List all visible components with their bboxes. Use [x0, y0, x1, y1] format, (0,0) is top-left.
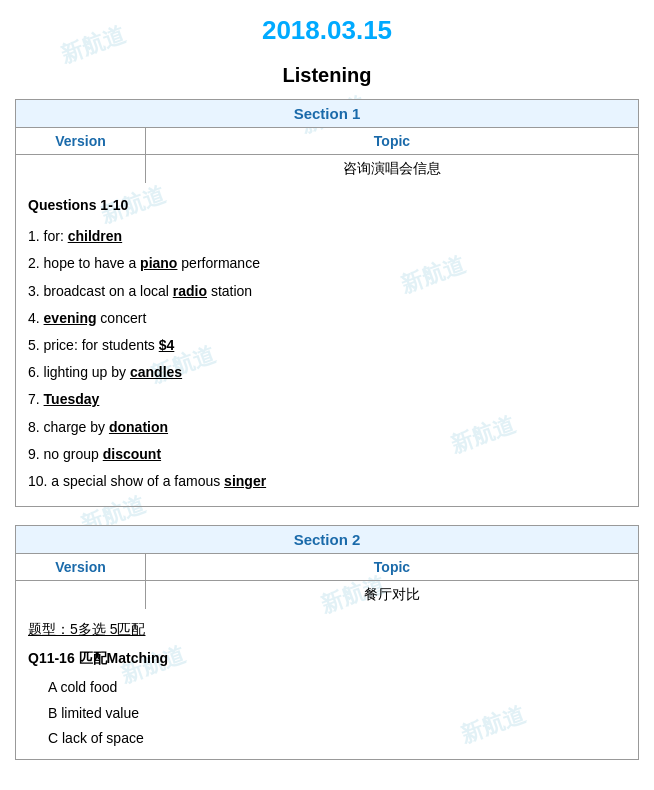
q9: 9. no group discount — [28, 442, 626, 467]
section2-version-label: Version — [16, 554, 146, 581]
section2-q-title: Q11-16 匹配Matching — [28, 646, 626, 671]
q10-answer: singer — [224, 473, 266, 489]
q8-answer: donation — [109, 419, 168, 435]
section2-type-line: 题型：5多选 5匹配 — [28, 617, 626, 642]
section1-header: Section 1 — [16, 100, 639, 128]
section1-topic-value: 咨询演唱会信息 — [146, 155, 639, 184]
q10: 10. a special show of a famous singer — [28, 469, 626, 494]
section2-table: Section 2 Version Topic 餐厅对比 题型：5多选 5匹配 … — [15, 525, 639, 760]
q5-answer: $4 — [159, 337, 175, 353]
section2-header: Section 2 — [16, 526, 639, 554]
q6: 6. lighting up by candles — [28, 360, 626, 385]
q5: 5. price: for students $4 — [28, 333, 626, 358]
section2-topic-value: 餐厅对比 — [146, 581, 639, 610]
q1: 1. for: children — [28, 224, 626, 249]
section2-topic-label: Topic — [146, 554, 639, 581]
main-title: 2018.03.15 — [15, 15, 639, 46]
section1-version-label: Version — [16, 128, 146, 155]
section1-version-empty — [16, 155, 146, 184]
section2-version-empty — [16, 581, 146, 610]
match-item-c: C lack of space — [48, 726, 626, 751]
q7: 7. Tuesday — [28, 387, 626, 412]
q1-answer: children — [68, 228, 122, 244]
section1-table: Section 1 Version Topic 咨询演唱会信息 Question… — [15, 99, 639, 507]
match-item-b: B limited value — [48, 701, 626, 726]
listening-title: Listening — [15, 64, 639, 87]
q8: 8. charge by donation — [28, 415, 626, 440]
section1-topic-label: Topic — [146, 128, 639, 155]
q7-answer: Tuesday — [44, 391, 100, 407]
section2-body: 题型：5多选 5匹配 Q11-16 匹配Matching A cold food… — [16, 609, 639, 759]
q9-answer: discount — [103, 446, 161, 462]
q2-answer: piano — [140, 255, 177, 271]
q6-answer: candles — [130, 364, 182, 380]
q3-answer: radio — [173, 283, 207, 299]
q2: 2. hope to have a piano performance — [28, 251, 626, 276]
questions-title: Questions 1-10 — [28, 193, 626, 218]
match-item-a: A cold food — [48, 675, 626, 700]
q4: 4. evening concert — [28, 306, 626, 331]
q3: 3. broadcast on a local radio station — [28, 279, 626, 304]
section1-questions: Questions 1-10 1. for: children 2. hope … — [16, 183, 639, 507]
q4-answer: evening — [44, 310, 97, 326]
